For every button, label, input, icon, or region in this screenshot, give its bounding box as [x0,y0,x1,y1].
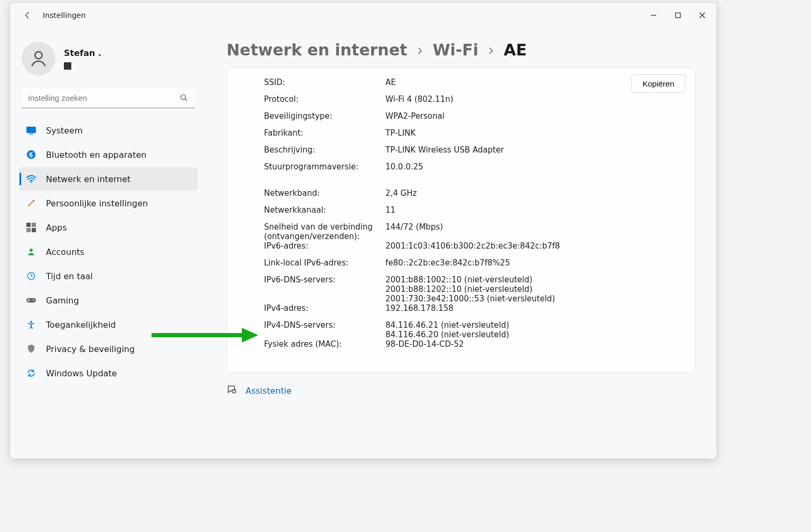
bluetooth-icon [26,149,36,160]
svg-rect-13 [26,228,31,232]
value-ipv4-address: 192.168.178.158 [385,303,454,313]
user-subtext-placeholder [64,62,71,70]
wifi-icon [26,174,36,184]
label-linklocal-ipv6: Link-local IPv6-adres: [264,258,385,268]
value-ipv6-dns: 2001:b88:1002::10 (niet-versleuteld) 200… [385,275,555,303]
globe-clock-icon [26,271,36,281]
breadcrumb-wifi[interactable]: Wi-Fi [432,41,478,59]
sidebar-item-label: Persoonlijke instellingen [46,198,148,208]
value-manufacturer: TP-LINK [385,128,416,138]
sidebar: Stefan . Systeem Bluetooth en apparaten [10,28,205,459]
person-icon [26,246,36,257]
sidebar-item-apps[interactable]: Apps [18,216,198,239]
search-icon [179,93,188,104]
label-security-type: Beveiligingstype: [264,111,385,121]
label-mac-address: Fysiek adres (MAC): [264,339,385,349]
sidebar-item-label: Toegankelijkheid [46,320,116,330]
label-network-band: Netwerkband: [264,188,385,198]
svg-point-18 [33,299,34,300]
value-ipv6-address: 2001:1c03:4106:b300:2c2b:ec3e:842c:b7f8 [385,241,560,251]
svg-rect-1 [676,13,681,18]
help-icon [227,384,237,397]
label-network-channel: Netwerkkanaal: [264,205,385,215]
maximize-button[interactable] [666,7,690,24]
sidebar-item-windows-update[interactable]: Windows Update [18,362,198,385]
svg-point-5 [181,94,185,99]
svg-point-20 [30,321,32,323]
sidebar-item-accounts[interactable]: Accounts [18,240,198,263]
copy-button[interactable]: Kopiëren [631,74,685,93]
breadcrumb-network[interactable]: Netwerk en internet [227,41,407,59]
value-driver-version: 10.0.0.25 [385,162,423,172]
svg-point-4 [35,52,42,59]
label-protocol: Protocol: [264,94,385,104]
label-driver-version: Stuurprogrammaversie: [264,162,385,172]
search-box[interactable] [22,88,195,108]
sidebar-item-label: Privacy & beveiliging [46,344,135,354]
value-ssid: AE [385,78,396,87]
user-name: Stefan . [64,48,101,58]
svg-line-6 [185,99,187,101]
svg-point-21 [232,390,236,393]
breadcrumb: Netwerk en internet › Wi-Fi › AE [227,41,695,59]
value-protocol: Wi-Fi 4 (802.11n) [385,94,454,104]
chevron-right-icon: › [417,41,423,59]
sidebar-item-bluetooth[interactable]: Bluetooth en apparaten [18,143,198,166]
title-bar: Instellingen [10,3,716,28]
sidebar-item-privacy[interactable]: Privacy & beveiliging [18,337,198,360]
svg-rect-7 [26,127,36,133]
svg-rect-14 [32,228,36,232]
brush-icon [26,198,36,208]
sidebar-item-label: Windows Update [46,368,117,378]
value-ipv4-dns: 84.116.46.21 (niet-versleuteld) 84.116.4… [385,320,509,339]
chevron-right-icon: › [488,41,494,59]
user-account-block[interactable]: Stefan . [22,42,198,75]
sidebar-item-label: Tijd en taal [46,271,93,281]
avatar [22,42,55,75]
label-ipv4-address: IPv4-adres: [264,303,385,313]
sidebar-item-gaming[interactable]: Gaming [18,289,198,312]
sidebar-item-label: Accounts [46,247,84,257]
label-description: Beschrijving: [264,145,385,155]
back-button[interactable] [18,6,36,24]
svg-rect-8 [29,134,33,135]
value-linklocal-ipv6: fe80::2c2b:ec3e:842c:b7f8%25 [385,258,510,268]
breadcrumb-current: AE [504,41,527,59]
svg-point-19 [34,300,35,301]
value-network-band: 2,4 GHz [385,188,417,198]
system-icon [26,125,36,136]
svg-point-15 [30,249,33,252]
help-footer[interactable]: Assistentie [227,384,695,397]
shield-icon [26,344,36,354]
app-title: Instellingen [43,11,86,20]
apps-icon [26,222,36,233]
value-security-type: WPA2-Personal [385,111,445,121]
sidebar-item-network[interactable]: Netwerk en internet [18,167,198,191]
nav-list: Systeem Bluetooth en apparaten Netwerk e… [18,119,198,385]
network-details-panel: Kopiëren SSID:AE Protocol:Wi-Fi 4 (802.1… [227,68,695,373]
close-button[interactable] [690,7,714,24]
svg-rect-11 [26,223,31,227]
svg-point-10 [31,182,32,183]
sidebar-item-personalization[interactable]: Persoonlijke instellingen [18,192,198,215]
search-input[interactable] [22,88,195,108]
gamepad-icon [26,295,36,306]
sidebar-item-label: Gaming [46,296,79,306]
label-manufacturer: Fabrikant: [264,128,385,138]
value-description: TP-LINK Wireless USB Adapter [385,145,504,155]
sidebar-item-time-language[interactable]: Tijd en taal [18,264,198,288]
label-ipv4-dns: IPv4-DNS-servers: [264,320,385,330]
accessibility-icon [26,319,36,330]
update-icon [26,368,36,378]
help-link-label: Assistentie [246,386,291,396]
sidebar-item-label: Systeem [46,126,83,136]
sidebar-item-label: Bluetooth en apparaten [46,150,146,160]
sidebar-item-system[interactable]: Systeem [18,119,198,142]
sidebar-item-accessibility[interactable]: Toegankelijkheid [18,313,198,336]
sidebar-item-label: Apps [46,223,67,233]
label-ssid: SSID: [264,78,385,87]
label-ipv6-address: IPv6-adres: [264,241,385,251]
minimize-button[interactable] [642,7,666,24]
main-content: Netwerk en internet › Wi-Fi › AE Kopiëre… [205,28,716,459]
label-link-speed: Snelheid van de verbinding (ontvangen/ve… [264,222,385,241]
